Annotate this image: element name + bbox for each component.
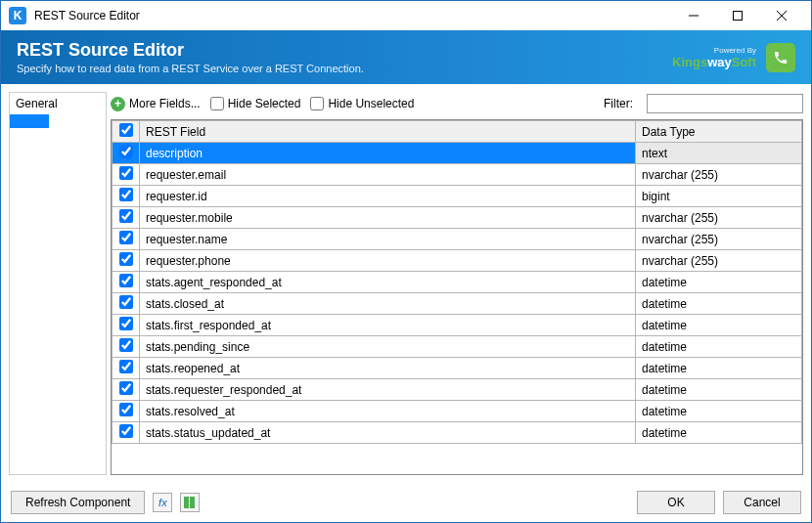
maximize-button[interactable]	[715, 2, 759, 29]
row-field-cell[interactable]: stats.agent_responded_at	[140, 272, 636, 293]
row-dtype-cell[interactable]: datetime	[636, 315, 802, 336]
svg-rect-4	[184, 497, 189, 508]
row-dtype-cell[interactable]: nvarchar (255)	[636, 164, 802, 186]
header-field[interactable]: REST Field	[140, 121, 636, 143]
row-checkbox[interactable]	[119, 252, 133, 266]
table-row[interactable]: stats.first_responded_atdatetime	[113, 315, 802, 336]
cancel-button[interactable]: Cancel	[723, 491, 801, 514]
row-check-cell[interactable]	[113, 401, 140, 422]
refresh-button[interactable]: Refresh Component	[11, 491, 145, 514]
table-row[interactable]: stats.status_updated_atdatetime	[113, 422, 802, 444]
table-row[interactable]: stats.agent_responded_atdatetime	[113, 272, 802, 293]
row-check-cell[interactable]	[113, 207, 140, 229]
row-dtype-cell[interactable]: datetime	[636, 272, 802, 293]
row-field-cell[interactable]: requester.name	[140, 229, 636, 250]
row-checkbox[interactable]	[119, 145, 133, 158]
hide-selected-input[interactable]	[210, 97, 224, 110]
row-check-cell[interactable]	[113, 379, 140, 401]
expression-icon[interactable]: fx	[153, 493, 172, 512]
minimize-button[interactable]	[671, 2, 715, 29]
brand-area: Powered By KingswaySoft	[672, 43, 795, 72]
header-dtype[interactable]: Data Type	[636, 121, 802, 143]
table-row[interactable]: requester.namenvarchar (255)	[113, 229, 802, 250]
brand-name-2: way	[707, 55, 732, 69]
table-row[interactable]: requester.mobilenvarchar (255)	[113, 207, 802, 229]
row-field-cell[interactable]: stats.first_responded_at	[140, 315, 636, 336]
row-checkbox[interactable]	[119, 403, 133, 416]
more-fields-button[interactable]: + More Fields...	[111, 97, 201, 111]
table-row[interactable]: stats.closed_atdatetime	[113, 293, 802, 315]
table-row[interactable]: stats.resolved_atdatetime	[113, 401, 802, 422]
table-row[interactable]: stats.pending_sincedatetime	[113, 336, 802, 358]
sidebar-item-general[interactable]: General	[10, 95, 106, 112]
row-checkbox[interactable]	[119, 360, 133, 373]
row-check-cell[interactable]	[113, 336, 140, 358]
brand-powered: Powered By	[672, 46, 756, 55]
page-title: REST Source Editor	[17, 40, 672, 61]
hide-selected-checkbox[interactable]: Hide Selected	[210, 97, 301, 110]
select-all-checkbox[interactable]	[119, 123, 133, 137]
row-field-cell[interactable]: requester.id	[140, 186, 636, 207]
row-check-cell[interactable]	[113, 272, 140, 293]
columns-icon[interactable]	[180, 493, 200, 512]
brand-logo: Powered By KingswaySoft	[672, 46, 756, 69]
row-dtype-cell[interactable]: datetime	[636, 379, 802, 401]
table-row[interactable]: descriptionntext	[113, 143, 802, 164]
row-check-cell[interactable]	[113, 250, 140, 272]
row-dtype-cell[interactable]: bigint	[636, 186, 802, 207]
row-checkbox[interactable]	[119, 166, 133, 180]
row-field-cell[interactable]: requester.email	[140, 164, 636, 186]
row-checkbox[interactable]	[119, 317, 133, 330]
table-row[interactable]: requester.phonenvarchar (255)	[113, 250, 802, 272]
row-dtype-cell[interactable]: datetime	[636, 422, 802, 444]
row-field-cell[interactable]: stats.reopened_at	[140, 358, 636, 379]
row-field-cell[interactable]: stats.requester_responded_at	[140, 379, 636, 401]
row-check-cell[interactable]	[113, 186, 140, 207]
row-checkbox[interactable]	[119, 231, 133, 244]
hide-unselected-input[interactable]	[310, 97, 324, 110]
row-dtype-cell[interactable]: ntext	[636, 143, 802, 164]
row-checkbox[interactable]	[119, 188, 133, 201]
ok-button[interactable]: OK	[637, 491, 715, 514]
row-checkbox[interactable]	[119, 209, 133, 223]
row-field-cell[interactable]: requester.mobile	[140, 207, 636, 229]
sidebar: General	[9, 92, 107, 475]
row-check-cell[interactable]	[113, 293, 140, 315]
row-checkbox[interactable]	[119, 274, 133, 287]
row-field-cell[interactable]: requester.phone	[140, 250, 636, 272]
table-row[interactable]: requester.emailnvarchar (255)	[113, 164, 802, 186]
sidebar-item-selected[interactable]	[10, 114, 49, 128]
filter-input[interactable]	[647, 94, 803, 113]
row-dtype-cell[interactable]: nvarchar (255)	[636, 250, 802, 272]
row-field-cell[interactable]: stats.closed_at	[140, 293, 636, 315]
close-button[interactable]	[759, 2, 803, 29]
row-checkbox[interactable]	[119, 338, 133, 352]
row-dtype-cell[interactable]: datetime	[636, 358, 802, 379]
row-check-cell[interactable]	[113, 164, 140, 186]
row-checkbox[interactable]	[119, 424, 133, 438]
row-check-cell[interactable]	[113, 143, 140, 164]
row-dtype-cell[interactable]: nvarchar (255)	[636, 207, 802, 229]
header-check[interactable]	[113, 121, 140, 143]
row-dtype-cell[interactable]: datetime	[636, 401, 802, 422]
table-row[interactable]: stats.requester_responded_atdatetime	[113, 379, 802, 401]
row-check-cell[interactable]	[113, 422, 140, 444]
table-row[interactable]: requester.idbigint	[113, 186, 802, 207]
table-row[interactable]: stats.reopened_atdatetime	[113, 358, 802, 379]
row-dtype-cell[interactable]: datetime	[636, 336, 802, 358]
row-check-cell[interactable]	[113, 358, 140, 379]
row-dtype-cell[interactable]: datetime	[636, 293, 802, 315]
phone-icon[interactable]	[766, 43, 795, 72]
row-checkbox[interactable]	[119, 295, 133, 309]
row-field-cell[interactable]: description	[140, 143, 636, 164]
toolbar: + More Fields... Hide Selected Hide Unse…	[111, 92, 803, 119]
row-dtype-cell[interactable]: nvarchar (255)	[636, 229, 802, 250]
row-checkbox[interactable]	[119, 381, 133, 395]
row-field-cell[interactable]: stats.status_updated_at	[140, 422, 636, 444]
titlebar: K REST Source Editor	[1, 1, 811, 30]
row-field-cell[interactable]: stats.pending_since	[140, 336, 636, 358]
row-field-cell[interactable]: stats.resolved_at	[140, 401, 636, 422]
row-check-cell[interactable]	[113, 315, 140, 336]
row-check-cell[interactable]	[113, 229, 140, 250]
hide-unselected-checkbox[interactable]: Hide Unselected	[310, 97, 414, 110]
